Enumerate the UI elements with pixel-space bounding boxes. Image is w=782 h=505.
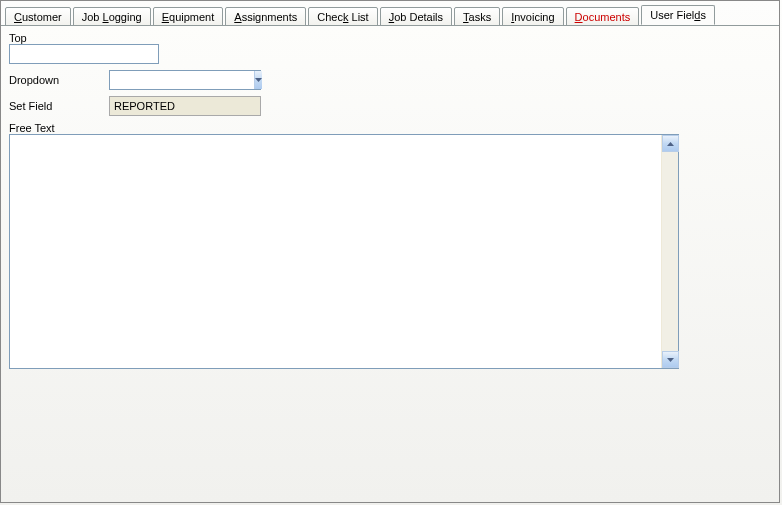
scrollbar[interactable] — [661, 135, 678, 368]
dropdown-label: Dropdown — [9, 74, 109, 86]
tab-check-list[interactable]: Check List — [308, 7, 377, 26]
chevron-down-icon — [255, 78, 262, 82]
chevron-up-icon — [667, 142, 674, 146]
setfield-label: Set Field — [9, 100, 109, 112]
dropdown-field[interactable] — [109, 70, 261, 90]
dropdown-value[interactable] — [110, 71, 254, 89]
tab-documents[interactable]: Documents — [566, 7, 640, 26]
scroll-up-button[interactable] — [662, 135, 679, 152]
tab-customer[interactable]: Customer — [5, 7, 71, 26]
tab-user-fields[interactable]: User Fields — [641, 5, 715, 25]
freetext-label: Free Text — [9, 122, 771, 134]
tabstrip: Customer Job Logging Equipment Assignmen… — [1, 1, 779, 25]
chevron-down-icon — [667, 358, 674, 362]
setfield-value: REPORTED — [109, 96, 261, 116]
top-label: Top — [9, 32, 771, 44]
tab-equipment[interactable]: Equipment — [153, 7, 224, 26]
dropdown-button[interactable] — [254, 71, 262, 89]
tab-invoicing[interactable]: Invoicing — [502, 7, 563, 26]
scroll-down-button[interactable] — [662, 351, 679, 368]
panel-user-fields: Top Dropdown Set Field REPORTED Free Tex… — [1, 25, 779, 502]
tab-job-details[interactable]: Job Details — [380, 7, 452, 26]
freetext-input[interactable] — [12, 137, 659, 366]
window: Customer Job Logging Equipment Assignmen… — [0, 0, 780, 503]
top-input[interactable] — [9, 44, 159, 64]
tab-tasks[interactable]: Tasks — [454, 7, 500, 26]
tab-assignments[interactable]: Assignments — [225, 7, 306, 26]
freetext-box — [9, 134, 679, 369]
tab-job-logging[interactable]: Job Logging — [73, 7, 151, 26]
